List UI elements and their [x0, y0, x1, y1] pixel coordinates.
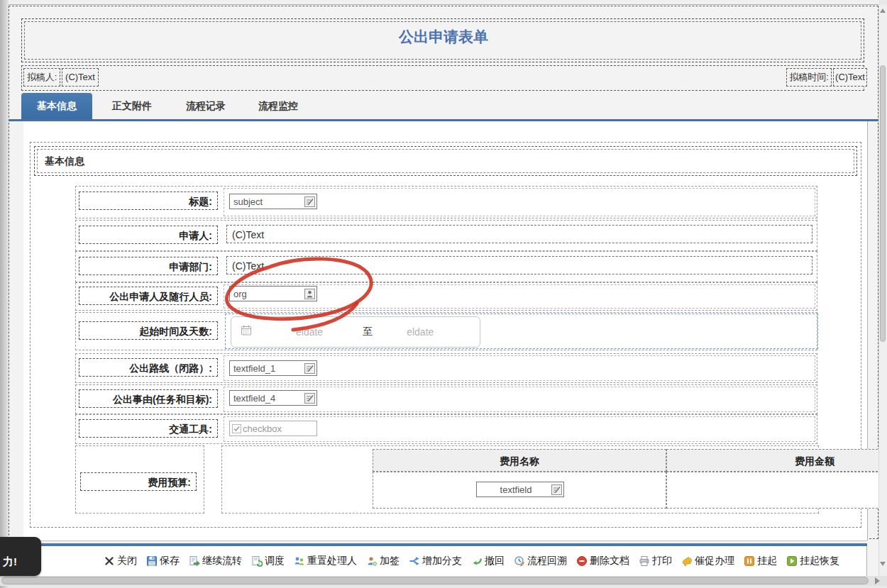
applicant-label: 申请人:	[79, 226, 218, 244]
tab-flow-monitor[interactable]: 流程监控	[257, 93, 299, 119]
window-top-edge	[9, 0, 878, 5]
add-branch-icon	[409, 555, 420, 567]
person-icon	[304, 289, 315, 299]
toolbar-item-continue-flow[interactable]: 继续流转	[189, 555, 242, 567]
section-group-box: 基本信息	[34, 146, 857, 176]
add-sign-icon	[366, 555, 378, 567]
toolbar-item-add-sign[interactable]: 加签	[366, 555, 400, 567]
scroll-right-arrow-icon[interactable]	[875, 577, 880, 584]
toolbar-item-add-branch[interactable]: 增加分支	[409, 555, 462, 567]
print-icon	[639, 555, 650, 567]
tab-attachments[interactable]: 正文附件	[111, 93, 153, 119]
daterange-label: 起始时间及天数:	[79, 321, 218, 340]
department-value: (C)Text	[226, 256, 812, 274]
toolbar-item-close[interactable]: 关闭	[104, 555, 137, 567]
toolbar-item-suspend[interactable]: 挂起	[744, 555, 777, 567]
form-row-daterange: 起始时间及天数: eldate 至 eldate	[75, 312, 817, 350]
form-row-org: 公出申请人及随行人员: org	[75, 282, 817, 311]
calendar-icon	[241, 325, 252, 339]
form-row-reason: 公出事由(任务和目标): textfield_4	[75, 384, 817, 414]
toolbar-top-grayline	[9, 540, 867, 541]
notification-toast: 力!	[0, 537, 41, 576]
route-label: 公出路线（闭路）:	[79, 358, 218, 377]
window-left-shadow	[0, 0, 9, 588]
toolbar-item-save[interactable]: 保存	[146, 555, 180, 567]
dispatch-icon	[251, 555, 263, 567]
end-date-placeholder: eldate	[407, 326, 434, 338]
form-row-transport: 交通工具: checkbox	[75, 414, 817, 444]
form-designer-page: 公出申请表单 拟稿人: (C)Text 拟稿时间: (C)Text 基本信息 正…	[0, 0, 887, 588]
daterange-control[interactable]: eldate 至 eldate	[231, 316, 480, 348]
resume-icon	[786, 555, 798, 567]
save-icon	[146, 555, 158, 567]
draft-time-value: (C)Text	[833, 68, 867, 87]
reset-handler-icon	[294, 555, 305, 567]
edit-icon	[551, 484, 562, 495]
budget-label: 费用预算:	[80, 472, 197, 491]
edit-icon	[304, 196, 315, 207]
draft-time-label: 拟稿时间:	[786, 68, 832, 87]
department-label: 申请部门:	[79, 257, 218, 275]
continue-flow-icon	[189, 555, 200, 567]
form-row-subject: 标题: subject	[75, 186, 817, 218]
horizontal-scrollbar-thumb[interactable]	[1, 577, 869, 584]
toolbar-item-print[interactable]: 打印	[639, 555, 672, 567]
toolbar-item-trace[interactable]: 流程回溯	[514, 555, 567, 567]
section-title: 基本信息	[45, 147, 84, 175]
budget-col2-header: 费用金额	[666, 449, 887, 472]
toolbar: 关闭 保存 继续流转 调度 重置处理人 加签 增加分支 撤回	[9, 546, 867, 576]
toolbar-item-dispatch[interactable]: 调度	[251, 555, 285, 567]
scroll-up-arrow-icon[interactable]	[880, 9, 886, 13]
form-row-route: 公出路线（闭路）: textfield_1	[75, 353, 817, 383]
org-input[interactable]: org	[229, 286, 317, 301]
tab-flow-record[interactable]: 流程记录	[184, 93, 227, 119]
budget-table: 费用名称 费用金额 textfield textfield_2	[373, 449, 887, 510]
toolbar-item-delete-doc[interactable]: 删除文档	[576, 555, 629, 567]
draft-author-label: 拟稿人:	[23, 68, 60, 87]
reason-input[interactable]: textfield_4	[229, 390, 317, 406]
vertical-scrollbar-thumb[interactable]	[880, 65, 886, 342]
subject-label: 标题:	[79, 192, 218, 210]
page-title: 公出申请表单	[0, 27, 887, 47]
delete-doc-icon	[576, 555, 588, 567]
form-row-applicant: 申请人: (C)Text	[75, 220, 817, 251]
draft-info-row	[21, 65, 864, 91]
reason-label: 公出事由(任务和目标):	[79, 389, 218, 408]
org-label: 公出申请人及随行人员:	[79, 287, 218, 305]
budget-name-input[interactable]: textfield	[476, 482, 564, 497]
trace-icon	[514, 555, 525, 567]
close-icon	[104, 555, 115, 567]
section-group-inner-border	[37, 149, 854, 173]
subject-input[interactable]: subject	[229, 194, 317, 209]
start-date-placeholder: eldate	[296, 326, 323, 338]
checkbox-icon	[232, 424, 241, 433]
draft-author-value: (C)Text	[62, 68, 99, 87]
toast-text: 力!	[3, 555, 17, 569]
form-row-budget-label-cell: 费用预算:	[75, 445, 204, 514]
toolbar-item-urge[interactable]: 催促办理	[681, 555, 734, 567]
transport-label: 交通工具:	[79, 419, 218, 438]
toolbar-item-resume[interactable]: 挂起恢复	[786, 555, 839, 567]
applicant-value: (C)Text	[226, 225, 812, 243]
budget-cell2: textfield_2	[666, 472, 887, 509]
withdraw-icon	[471, 555, 483, 567]
toolbar-item-withdraw[interactable]: 撤回	[471, 555, 505, 567]
budget-col1-header: 费用名称	[373, 449, 666, 472]
route-input[interactable]: textfield_1	[229, 360, 317, 376]
form-row-department: 申请部门: (C)Text	[75, 251, 817, 282]
budget-cell1: textfield	[373, 472, 666, 509]
urge-icon	[681, 555, 693, 567]
tab-basic-info[interactable]: 基本信息	[21, 93, 92, 119]
edit-icon	[304, 363, 315, 374]
suspend-icon	[744, 555, 755, 567]
scroll-down-arrow-icon[interactable]	[880, 562, 886, 566]
edit-icon	[304, 393, 315, 404]
date-separator: 至	[363, 326, 373, 338]
form-row-budget-table-cell: 费用名称 费用金额 textfield textfield_2	[221, 445, 819, 514]
transport-checkbox[interactable]: checkbox	[229, 421, 317, 436]
toolbar-item-reset-handler[interactable]: 重置处理人	[294, 555, 357, 567]
